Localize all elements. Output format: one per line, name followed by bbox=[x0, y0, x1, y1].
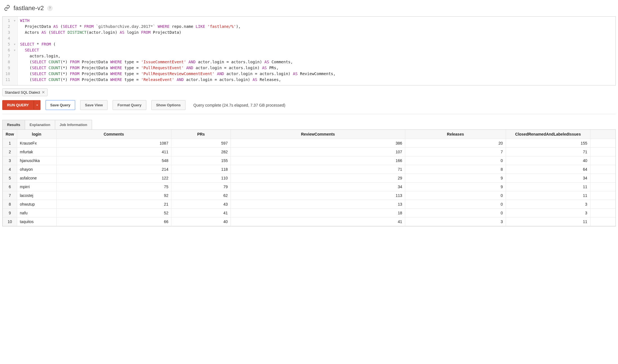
toolbar: RUN QUERY Save Query Save View Format Qu… bbox=[2, 100, 616, 110]
cell: 11 bbox=[506, 183, 590, 191]
cell: 43 bbox=[171, 200, 231, 209]
cell: 411 bbox=[56, 148, 171, 156]
cell: 20 bbox=[405, 139, 506, 148]
page-title: fastlane-v2 bbox=[14, 5, 44, 12]
divider bbox=[2, 114, 616, 114]
cell: 71 bbox=[506, 148, 590, 156]
cell: 1087 bbox=[56, 139, 171, 148]
cell-filler bbox=[590, 217, 615, 226]
col-releases: Releases bbox=[405, 130, 506, 139]
cell: 0 bbox=[405, 156, 506, 165]
cell-filler bbox=[590, 165, 615, 174]
cell: 40 bbox=[171, 217, 231, 226]
cell: mfurtak bbox=[17, 148, 56, 156]
cell: nafu bbox=[17, 209, 56, 217]
cell: 71 bbox=[231, 165, 405, 174]
cell: ohayon bbox=[17, 165, 56, 174]
cell: 52 bbox=[56, 209, 171, 217]
cell: hjanuschka bbox=[17, 156, 56, 165]
table-row[interactable]: 5asfalcone12211029934 bbox=[3, 174, 616, 183]
col-closedrenamedandlabeledissues: ClosedRenamedAndLabeledIssues bbox=[506, 130, 590, 139]
chip-label: Standard SQL Dialect bbox=[5, 90, 40, 95]
cell: 155 bbox=[506, 139, 590, 148]
sql-editor[interactable]: 1 2 3 4 5 6 7 8 9 10 11 ▾ ▾ ▾ WITH Proje… bbox=[2, 16, 616, 86]
col-filler bbox=[590, 130, 615, 139]
cell: KrauseFx bbox=[17, 139, 56, 148]
help-icon[interactable]: ? bbox=[47, 6, 53, 11]
col-row: Row bbox=[3, 130, 17, 139]
tab-job-information[interactable]: Job Information bbox=[55, 120, 92, 129]
cell: 64 bbox=[506, 165, 590, 174]
cell: 548 bbox=[56, 156, 171, 165]
cell-filler bbox=[590, 191, 615, 200]
cell: 21 bbox=[56, 200, 171, 209]
col-login: login bbox=[17, 130, 56, 139]
table-row[interactable]: 4ohayon21411871864 bbox=[3, 165, 616, 174]
cell: ohwutup bbox=[17, 200, 56, 209]
table-header-row: RowloginCommentsPRsReviewCommentsRelease… bbox=[3, 130, 616, 139]
cell: 75 bbox=[56, 183, 171, 191]
cell: 9 bbox=[405, 174, 506, 183]
table-row[interactable]: 2mfurtak411282107771 bbox=[3, 148, 616, 156]
cell: 7 bbox=[405, 148, 506, 156]
col-comments: Comments bbox=[56, 130, 171, 139]
cell: 40 bbox=[506, 156, 590, 165]
cell: 3 bbox=[3, 156, 17, 165]
cell-filler bbox=[590, 174, 615, 183]
cell: 155 bbox=[171, 156, 231, 165]
table-row[interactable]: 1KrauseFx108759738620155 bbox=[3, 139, 616, 148]
col-reviewcomments: ReviewComments bbox=[231, 130, 405, 139]
save-view-button[interactable]: Save View bbox=[80, 100, 108, 110]
results-table-wrap: RowloginCommentsPRsReviewCommentsRelease… bbox=[2, 129, 616, 226]
cell: 214 bbox=[56, 165, 171, 174]
table-row[interactable]: 9nafu52411803 bbox=[3, 209, 616, 217]
cell: 41 bbox=[171, 209, 231, 217]
editor-code[interactable]: WITH ProjectData AS (SELECT * FROM `gith… bbox=[18, 17, 615, 85]
cell: 29 bbox=[231, 174, 405, 183]
sql-dialect-chip[interactable]: Standard SQL Dialect ✕ bbox=[2, 88, 48, 96]
cell: 0 bbox=[405, 191, 506, 200]
format-query-button[interactable]: Format Query bbox=[113, 100, 146, 110]
cell: 34 bbox=[231, 183, 405, 191]
cell: 113 bbox=[231, 191, 405, 200]
cell: 166 bbox=[231, 156, 405, 165]
cell: 118 bbox=[171, 165, 231, 174]
cell: 13 bbox=[231, 200, 405, 209]
run-query-dropdown[interactable] bbox=[34, 100, 41, 110]
query-status: Query complete (24.7s elapsed, 7.37 GB p… bbox=[193, 103, 285, 107]
cell: 597 bbox=[171, 139, 231, 148]
cell: 34 bbox=[506, 174, 590, 183]
cell: 0 bbox=[405, 209, 506, 217]
cell: 8 bbox=[405, 165, 506, 174]
run-query-button[interactable]: RUN QUERY bbox=[2, 100, 34, 110]
result-tabs: Results Explanation Job Information bbox=[2, 120, 616, 129]
cell: 1 bbox=[3, 139, 17, 148]
table-row[interactable]: 8ohwutup21431303 bbox=[3, 200, 616, 209]
close-icon[interactable]: ✕ bbox=[42, 90, 45, 95]
cell: 5 bbox=[3, 174, 17, 183]
cell: 11 bbox=[506, 191, 590, 200]
cell-filler bbox=[590, 209, 615, 217]
table-row[interactable]: 3hjanuschka548155166040 bbox=[3, 156, 616, 165]
cell-filler bbox=[590, 156, 615, 165]
link-icon bbox=[4, 5, 10, 12]
table-row[interactable]: 10taquitos664041311 bbox=[3, 217, 616, 226]
cell: 110 bbox=[171, 174, 231, 183]
cell: 282 bbox=[171, 148, 231, 156]
show-options-button[interactable]: Show Options bbox=[151, 100, 185, 110]
cell: 3 bbox=[506, 200, 590, 209]
tab-results[interactable]: Results bbox=[2, 120, 25, 129]
cell-filler bbox=[590, 148, 615, 156]
save-query-button[interactable]: Save Query bbox=[46, 100, 75, 110]
cell: taquitos bbox=[17, 217, 56, 226]
cell: mpirri bbox=[17, 183, 56, 191]
cell: 8 bbox=[3, 200, 17, 209]
table-row[interactable]: 6mpirri757934911 bbox=[3, 183, 616, 191]
cell: 41 bbox=[231, 217, 405, 226]
tab-explanation[interactable]: Explanation bbox=[25, 120, 55, 129]
cell: 10 bbox=[3, 217, 17, 226]
cell: 66 bbox=[56, 217, 171, 226]
results-table: RowloginCommentsPRsReviewCommentsRelease… bbox=[3, 130, 615, 226]
table-row[interactable]: 7lacostej9262113011 bbox=[3, 191, 616, 200]
cell: 3 bbox=[405, 217, 506, 226]
